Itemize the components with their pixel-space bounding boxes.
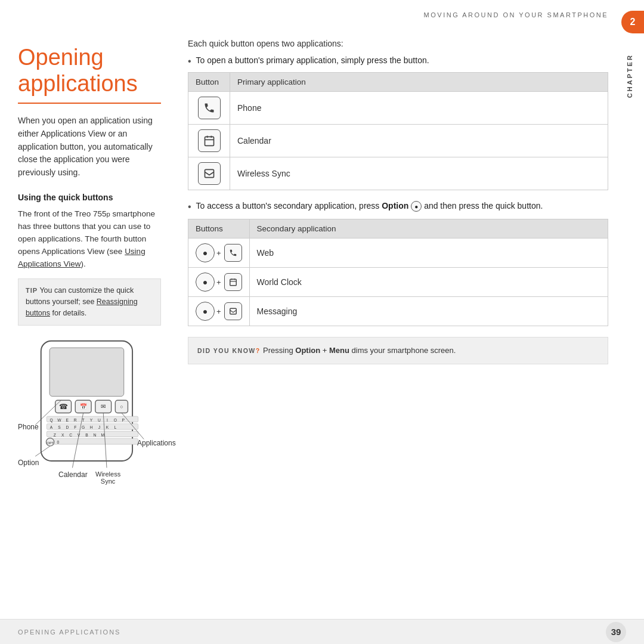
svg-text:B: B — [85, 432, 88, 436]
wireless-button-icon — [198, 162, 221, 185]
phone-app-name: Phone — [230, 92, 608, 125]
svg-rect-53 — [230, 280, 236, 286]
messaging-button-combo: ● + — [196, 302, 242, 321]
main-content: Opening applications When you open an ap… — [0, 33, 617, 617]
svg-text:☎: ☎ — [59, 402, 68, 410]
applications-label: Applications — [137, 439, 176, 447]
phone-button-icon — [198, 97, 221, 119]
svg-rect-48 — [205, 137, 213, 145]
phone-small-icon — [224, 244, 242, 262]
svg-text:K: K — [106, 425, 109, 429]
body-text: The front of the Treo 755p smartphone ha… — [18, 208, 161, 271]
svg-text:W: W — [57, 417, 61, 422]
icon-cell-web: ● + — [188, 239, 250, 268]
option-round-icon2: ● — [196, 273, 215, 292]
option-label: Option — [18, 459, 39, 467]
page-number: 39 — [606, 622, 626, 642]
bullet-2-text: To access a button's secondary applicati… — [196, 201, 543, 212]
intro-text: When you open an application using eithe… — [18, 114, 161, 179]
svg-rect-12 — [47, 431, 138, 437]
chapter-badge: 2 — [621, 11, 644, 33]
svg-rect-1 — [49, 348, 124, 396]
svg-text:F: F — [74, 425, 76, 429]
table-row: Wireless Sync — [188, 157, 608, 190]
svg-text:O: O — [114, 417, 117, 422]
right-column: Each quick button opens two applications… — [176, 33, 617, 617]
table-row: ● + Web — [188, 239, 608, 268]
svg-rect-13 — [47, 438, 138, 444]
svg-text:Q: Q — [49, 417, 52, 422]
calendar-button-icon — [198, 129, 221, 152]
primary-app-table: Button Primary application Phone — [188, 72, 608, 190]
primary-col1: Button — [188, 73, 230, 92]
svg-text:I: I — [107, 417, 108, 422]
svg-text:A: A — [50, 425, 53, 429]
intro-right: Each quick button opens two applications… — [188, 39, 608, 48]
tip-label: TIP — [26, 287, 38, 294]
svg-text:○: ○ — [120, 403, 123, 409]
page-title: Opening applications — [18, 45, 161, 104]
icon-cell-worldclock: ● + — [188, 268, 250, 297]
svg-text:J: J — [98, 425, 100, 429]
bullet-dot-1: • — [188, 57, 191, 66]
top-bar-title: MOVING AROUND ON YOUR SMARTPHONE — [424, 11, 608, 18]
did-you-know-box: DID YOU KNOW? Pressing Option + Menu dim… — [188, 337, 608, 364]
table-row: Phone — [188, 92, 608, 125]
svg-text:📅: 📅 — [80, 402, 87, 410]
table-row: ● + Messaging — [188, 297, 608, 326]
plus-icon2: + — [216, 278, 221, 287]
icon-cell-phone — [188, 92, 230, 125]
footer-right: 39 — [606, 622, 626, 642]
bottom-bar: OPENING APPLICATIONS 39 — [0, 619, 644, 644]
svg-text:OPT: OPT — [47, 441, 54, 445]
svg-text:S: S — [58, 425, 61, 429]
icon-cell-wireless — [188, 157, 230, 190]
using-apps-link[interactable]: Using Applications View — [18, 247, 145, 268]
option-round-icon3: ● — [196, 302, 215, 321]
calendar-small-icon — [224, 273, 242, 291]
bullet-1: • To open a button's primary application… — [188, 55, 608, 66]
email-small-icon — [224, 302, 242, 320]
svg-text:P: P — [122, 417, 125, 422]
svg-text:C: C — [69, 432, 72, 436]
svg-text:X: X — [61, 432, 64, 436]
left-column: Opening applications When you open an ap… — [0, 33, 176, 617]
icon-cell-messaging: ● + — [188, 297, 250, 326]
bullet-dot-2: • — [188, 202, 191, 212]
icon-cell-calendar — [188, 125, 230, 157]
bullet-1-text: To open a button's primary application, … — [196, 55, 429, 65]
option-round-icon: ● — [196, 243, 215, 262]
secondary-col2: Secondary application — [249, 219, 608, 239]
messaging-app-name: Messaging — [249, 297, 608, 326]
chapter-label: CHAPTER — [621, 48, 644, 104]
table-row: Calendar — [188, 125, 608, 157]
primary-col2: Primary application — [230, 73, 608, 92]
svg-text:H: H — [90, 425, 93, 429]
svg-text:Z: Z — [54, 432, 56, 436]
svg-text:T: T — [82, 417, 85, 422]
worldclock-app-name: World Clock — [249, 268, 608, 297]
web-app-name: Web — [249, 239, 608, 268]
svg-text:D: D — [66, 425, 69, 429]
calendar-app-name: Calendar — [230, 125, 608, 157]
svg-text:R: R — [74, 417, 77, 422]
svg-text:M: M — [101, 432, 104, 436]
tip-text: You can customize the quick buttons your… — [26, 286, 138, 317]
table-row: ● + World Clock — [188, 268, 608, 297]
footer-left: OPENING APPLICATIONS — [18, 628, 120, 636]
plus-icon: + — [216, 249, 221, 258]
secondary-col1: Buttons — [188, 219, 250, 239]
calendar-label: Calendar — [58, 470, 88, 479]
reassigning-link[interactable]: Reassigning buttons — [26, 298, 138, 317]
section-heading: Using the quick buttons — [18, 193, 161, 202]
option-bold: Option — [382, 201, 408, 210]
dyk-text: Pressing Option + Menu dims your smartph… — [263, 346, 456, 355]
option-icon: ● — [411, 201, 422, 212]
svg-text:N: N — [93, 432, 96, 436]
worldclock-button-combo: ● + — [196, 273, 242, 292]
phone-diagram: ☎ 📅 ✉ ○ — [18, 336, 167, 473]
svg-text:E: E — [66, 417, 69, 422]
svg-text:L: L — [114, 425, 116, 429]
svg-text:✉: ✉ — [101, 402, 106, 409]
svg-text:G: G — [82, 425, 85, 429]
